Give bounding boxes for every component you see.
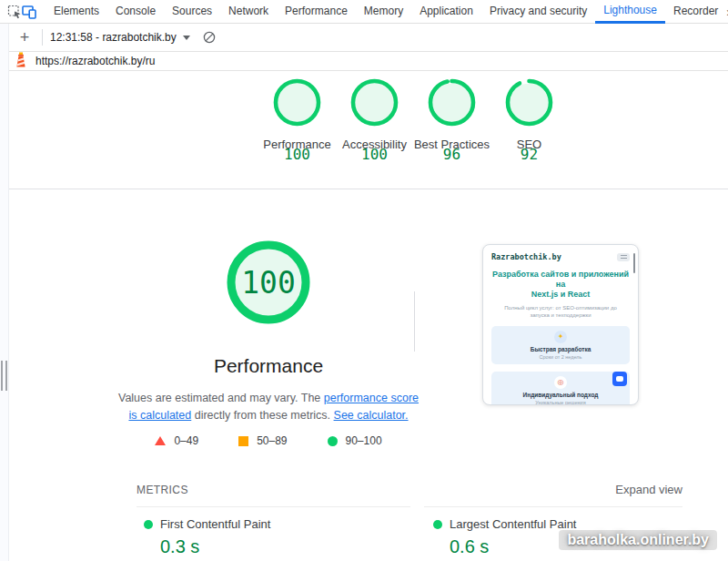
metric-value: 0.3 s (160, 536, 270, 557)
performance-section-title: Performance (123, 355, 414, 377)
thumbnail-card-individual: ◎ Индивидуальный подход Уникальные решен… (491, 372, 630, 405)
metrics-section-header: METRICS (136, 484, 188, 496)
chevron-down-icon (183, 36, 190, 40)
thumbnail-subtext: Полный цикл услуг: от SEO-оптимизации до… (500, 304, 621, 319)
tab-application[interactable]: Application (411, 0, 481, 24)
gauge-score: 92 (505, 130, 553, 178)
vertical-divider (414, 291, 415, 352)
thumbnail-card-fast-dev: ✦ Быстрая разработка Сроки от 2 недель (491, 326, 630, 364)
report-url-row: https://razrabotchik.by/ru (9, 52, 728, 71)
device-toolbar-icon[interactable] (22, 1, 36, 23)
tab-memory[interactable]: Memory (356, 0, 411, 24)
average-square-icon (238, 436, 248, 446)
chat-widget-icon (612, 372, 627, 386)
tab-recorder[interactable]: Recorder (665, 0, 726, 24)
score-description: Values are estimated and may vary. The p… (116, 390, 420, 424)
score-legend: 0–49 50–89 90–100 (123, 434, 414, 447)
see-calculator-link[interactable]: See calculator. (334, 409, 409, 422)
metric-value: 0.6 s (450, 536, 576, 557)
gauge-performance[interactable]: 100 Performance (258, 78, 336, 152)
pass-circle-icon (328, 436, 338, 446)
metric-name: First Contentful Paint (160, 517, 270, 531)
lighthouse-toolbar: + 12:31:58 - razrabotchik.by (9, 24, 728, 52)
tab-lighthouse[interactable]: Lighthouse (595, 0, 665, 24)
performance-score-value: 100 (227, 240, 310, 324)
thumbnail-heading: Разработка сайтов и приложений на Next.j… (491, 270, 630, 300)
pass-dot-icon (144, 520, 153, 529)
description-text: directly from these metrics. (191, 409, 333, 422)
metrics-rule-right (424, 506, 682, 507)
tab-elements[interactable]: Elements (46, 0, 107, 24)
toolbar-divider (42, 29, 43, 46)
hamburger-menu-icon (617, 253, 630, 261)
new-report-button[interactable]: + (15, 28, 35, 46)
pass-dot-icon (433, 520, 442, 529)
tab-privacy-and-security[interactable]: Privacy and security (481, 0, 595, 24)
thumbnail-scrollbar (633, 253, 635, 273)
thumbnail-site-name: Razrabotchik.by (491, 252, 561, 261)
gauge-score: 100 (350, 130, 399, 178)
gauge-seo[interactable]: 92 SEO (490, 78, 568, 152)
legend-range: 90–100 (346, 434, 382, 447)
score-summary: 100 Performance 100 Accessibility 96 (258, 78, 568, 152)
sparkle-icon: ✦ (554, 331, 567, 343)
clear-reports-icon[interactable] (203, 31, 216, 44)
legend-pass: 90–100 (328, 434, 382, 447)
page-screenshot-thumbnail[interactable]: Razrabotchik.by Разработка сайтов и прил… (482, 244, 639, 405)
metric-first-contentful-paint: First Contentful Paint 0.3 s (144, 517, 270, 557)
legend-range: 0–49 (174, 434, 198, 447)
lighthouse-icon (15, 52, 27, 70)
vertical-scrollbar-thumb[interactable] (1, 361, 7, 391)
tab-performance[interactable]: Performance (277, 0, 356, 24)
thumbnail-site-header: Razrabotchik.by (491, 252, 630, 261)
report-selector-label: 12:31:58 - razrabotchik.by (50, 31, 177, 44)
gauge-score: 100 (273, 130, 321, 178)
section-divider (9, 189, 728, 189)
report-selector-dropdown[interactable]: 12:31:58 - razrabotchik.by (50, 31, 190, 44)
description-text: Values are estimated and may vary. The (118, 392, 324, 404)
tab-network[interactable]: Network (220, 0, 277, 24)
gauge-accessibility[interactable]: 100 Accessibility (336, 78, 413, 152)
left-gutter (0, 24, 9, 561)
gauge-score: 96 (428, 130, 476, 178)
inspect-element-icon[interactable] (7, 1, 22, 23)
tab-console[interactable]: Console (107, 0, 164, 24)
watermark: baraholka.onliner.by (559, 530, 717, 550)
legend-range: 50–89 (257, 434, 287, 447)
performance-score-gauge[interactable]: 100 (227, 240, 310, 324)
gauge-best-practices[interactable]: 96 Best Practices (413, 78, 490, 152)
metric-largest-contentful-paint: Largest Contentful Paint 0.6 s (433, 517, 576, 557)
fail-triangle-icon (155, 436, 166, 445)
target-icon: ◎ (554, 376, 567, 389)
metrics-rule-left (136, 506, 410, 507)
report-url: https://razrabotchik.by/ru (35, 55, 155, 67)
tab-sources[interactable]: Sources (164, 0, 220, 24)
expand-view-button[interactable]: Expand view (615, 483, 682, 496)
devtools-tabbar: Elements Console Sources Network Perform… (0, 0, 728, 24)
legend-fail: 0–49 (155, 434, 198, 447)
metric-name: Largest Contentful Paint (450, 517, 576, 531)
legend-average: 50–89 (238, 434, 287, 447)
